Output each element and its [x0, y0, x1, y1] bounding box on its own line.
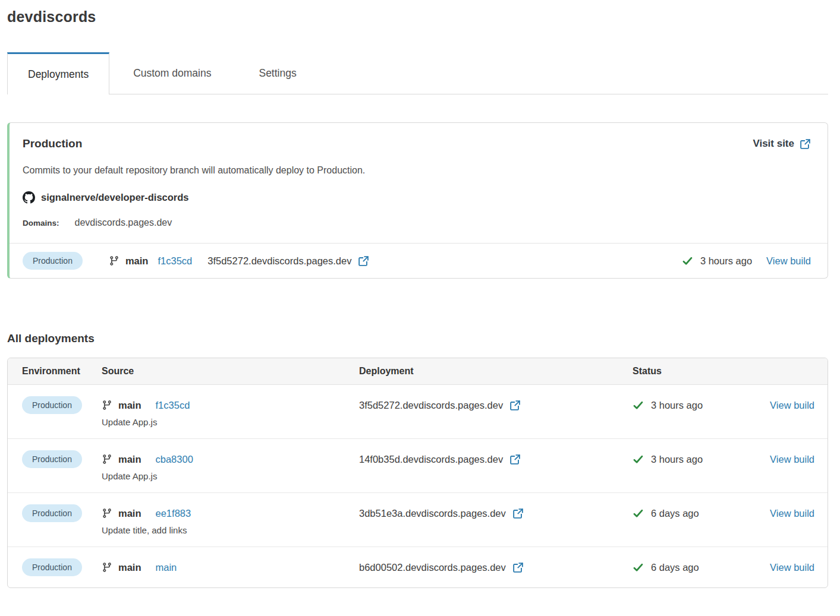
github-mark-icon: [23, 191, 35, 204]
production-card: Production Visit site Commits to your de…: [7, 122, 828, 279]
table-header: Environment Source Deployment Status: [8, 358, 828, 385]
tab-label: Custom domains: [133, 67, 211, 80]
visit-site-link[interactable]: Visit site: [753, 138, 811, 150]
tab-custom-domains[interactable]: Custom domains: [109, 52, 235, 94]
external-link-icon[interactable]: [512, 562, 524, 573]
tab-bar: Deployments Custom domains Settings: [7, 52, 828, 94]
branch-name: main: [118, 400, 141, 411]
commit-link[interactable]: f1c35cd: [156, 400, 190, 411]
column-header-environment: Environment: [22, 366, 102, 377]
column-header-status: Status: [633, 366, 763, 377]
production-deployment-row: Production main f1c35cd 3f5d5272.devdisc…: [10, 243, 828, 278]
deployment-url: 14f0b35d.devdiscords.pages.dev: [359, 454, 503, 465]
table-row: Production main ee1f883 Update title, ad…: [8, 493, 828, 547]
check-icon: [633, 562, 644, 573]
deployment-url: 3db51e3a.devdiscords.pages.dev: [359, 508, 506, 519]
external-link-icon: [800, 138, 811, 150]
commit-link[interactable]: ee1f883: [156, 508, 191, 519]
external-link-icon[interactable]: [358, 255, 369, 267]
branch-name: main: [118, 508, 141, 519]
table-row: Production main f1c35cd Update App.js 3f…: [8, 385, 828, 439]
deploy-time: 3 hours ago: [700, 255, 752, 267]
deploy-time: 6 days ago: [651, 562, 699, 573]
visit-site-label: Visit site: [753, 138, 794, 150]
environment-badge: Production: [22, 558, 82, 576]
environment-badge: Production: [22, 504, 82, 522]
view-build-link[interactable]: View build: [770, 508, 814, 519]
commit-link[interactable]: cba8300: [156, 454, 193, 465]
commit-message: Update App.js: [102, 471, 359, 481]
tab-label: Settings: [259, 67, 296, 80]
environment-badge: Production: [23, 252, 83, 270]
branch-name: main: [125, 255, 149, 267]
page-title: devdiscords: [7, 8, 828, 26]
check-icon: [633, 454, 644, 465]
tab-label: Deployments: [28, 68, 89, 81]
domains-value: devdiscords.pages.dev: [75, 217, 172, 228]
deploy-time: 3 hours ago: [651, 400, 703, 411]
commit-message: Update App.js: [102, 417, 359, 427]
commit-link[interactable]: f1c35cd: [158, 255, 192, 267]
column-header-actions: [763, 366, 814, 377]
git-branch-icon: [102, 562, 112, 573]
repository-link[interactable]: signalnerve/developer-discords: [41, 192, 189, 203]
deployment-url: 3f5d5272.devdiscords.pages.dev: [207, 255, 351, 267]
deploy-time: 6 days ago: [651, 508, 699, 519]
commit-message: Update title, add links: [102, 525, 359, 535]
check-icon: [633, 400, 644, 411]
deploy-time: 3 hours ago: [651, 454, 703, 465]
git-branch-icon: [102, 400, 112, 410]
external-link-icon[interactable]: [509, 454, 521, 465]
tab-deployments[interactable]: Deployments: [7, 52, 109, 94]
deployment-url: b6d00502.devdiscords.pages.dev: [359, 562, 506, 573]
external-link-icon[interactable]: [512, 508, 524, 519]
view-build-link[interactable]: View build: [766, 255, 811, 267]
branch-name: main: [118, 562, 141, 573]
environment-badge: Production: [22, 450, 82, 468]
git-branch-icon: [102, 454, 112, 465]
view-build-link[interactable]: View build: [770, 454, 814, 465]
table-row: Production main cba8300 Update App.js 14…: [8, 439, 828, 493]
deployments-table: Environment Source Deployment Status Pro…: [7, 358, 828, 588]
check-icon: [682, 255, 693, 267]
external-link-icon[interactable]: [509, 400, 521, 411]
git-branch-icon: [109, 255, 119, 266]
domains-label: Domains:: [23, 219, 59, 228]
column-header-source: Source: [102, 366, 359, 377]
environment-badge: Production: [22, 396, 82, 414]
tab-settings[interactable]: Settings: [235, 52, 320, 94]
commit-link[interactable]: main: [156, 562, 177, 573]
check-icon: [633, 508, 644, 519]
branch-name: main: [118, 454, 141, 465]
all-deployments-title: All deployments: [7, 332, 828, 345]
table-row: Production main main b6d00502.devdiscord…: [8, 547, 828, 587]
deployment-url: 3f5d5272.devdiscords.pages.dev: [359, 400, 503, 411]
production-card-title: Production: [23, 137, 82, 150]
view-build-link[interactable]: View build: [770, 562, 814, 573]
production-description: Commits to your default repository branc…: [23, 165, 811, 176]
view-build-link[interactable]: View build: [770, 400, 814, 411]
git-branch-icon: [102, 508, 112, 519]
column-header-deployment: Deployment: [359, 366, 633, 377]
